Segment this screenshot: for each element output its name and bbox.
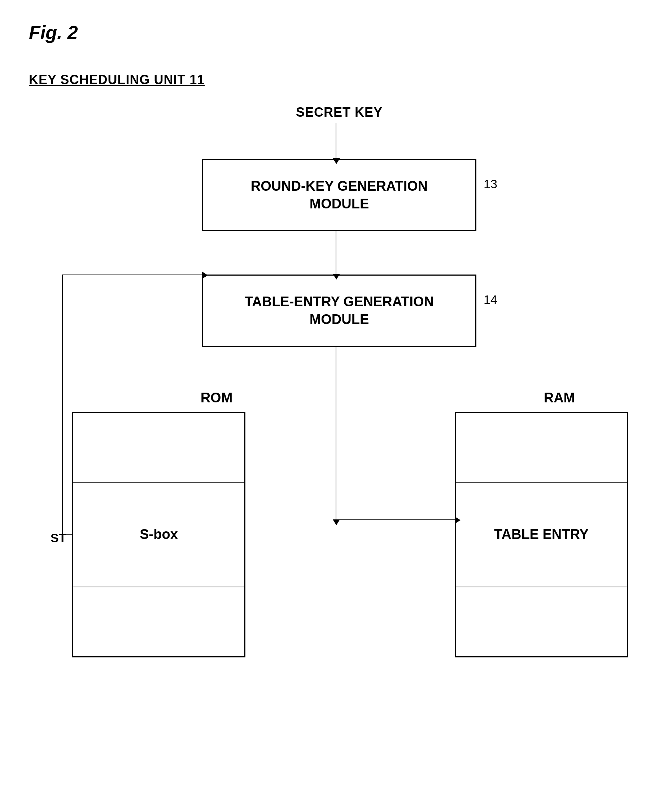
section-label: KEY SCHEDULING UNIT 11 (29, 72, 205, 87)
secret-key-label: SECRET KEY (296, 105, 383, 120)
ram-top-section (456, 413, 627, 483)
teg-label-line1: TABLE-ENTRY GENERATION (245, 294, 434, 309)
ram-label: RAM (473, 390, 646, 406)
rom-mid-section: S-box (73, 483, 244, 587)
table-entry-generation-label: TABLE-ENTRY GENERATION MODULE (245, 293, 434, 329)
st-connector-line (62, 534, 73, 535)
arrow-teg-to-ram (336, 519, 456, 520)
rkg-label-line1: ROUND-KEY GENERATION (251, 178, 428, 194)
rkg-label-line2: MODULE (310, 196, 369, 211)
teg-label-line2: MODULE (310, 312, 369, 327)
rom-box: S-box (72, 412, 245, 657)
table-entry-generation-module-box: TABLE-ENTRY GENERATION MODULE (202, 275, 476, 347)
arrow-rkg-to-teg (336, 231, 336, 275)
sbox-label: S-box (140, 527, 178, 542)
ref-13: 13 (483, 177, 497, 191)
ram-bot-section (456, 587, 627, 656)
arrow-teg-down (336, 347, 336, 520)
ram-box: TABLE ENTRY (455, 412, 628, 657)
st-left-vertical-line (62, 275, 63, 535)
round-key-generation-label: ROUND-KEY GENERATION MODULE (251, 177, 428, 213)
st-top-horizontal-line (62, 275, 203, 275)
arrow-secretkey-to-rkg (336, 123, 336, 159)
ref-14: 14 (483, 293, 497, 307)
st-label: ST (51, 531, 66, 545)
round-key-generation-module-box: ROUND-KEY GENERATION MODULE (202, 159, 476, 231)
table-entry-label: TABLE ENTRY (494, 525, 589, 543)
rom-bot-section (73, 587, 244, 656)
figure-title: Fig. 2 (29, 22, 78, 43)
rom-label: ROM (130, 390, 303, 406)
ram-mid-section: TABLE ENTRY (456, 483, 627, 587)
rom-top-section (73, 413, 244, 483)
